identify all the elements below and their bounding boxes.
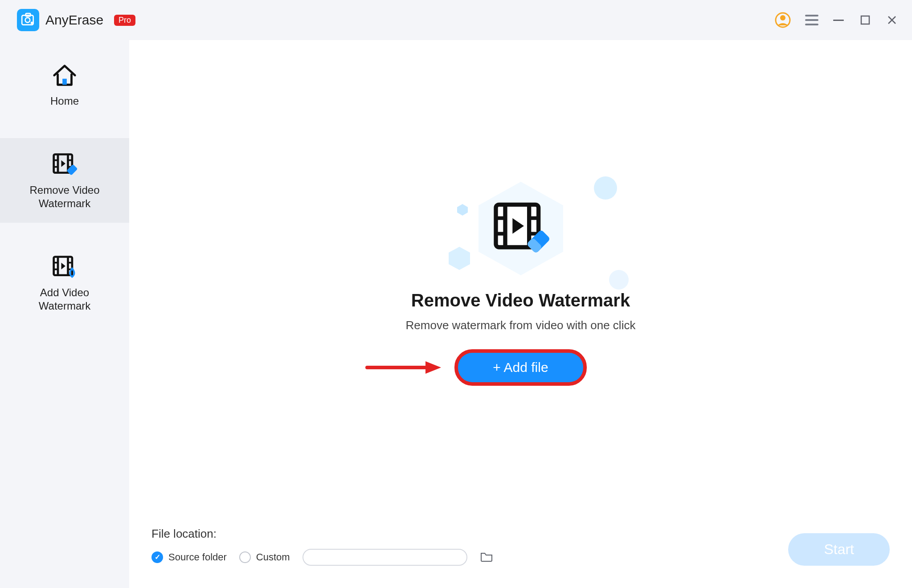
- hero: Remove Video Watermark Remove watermark …: [151, 45, 890, 518]
- titlebar-controls: [774, 11, 899, 29]
- hero-title: Remove Video Watermark: [411, 290, 630, 310]
- start-label: Start: [824, 541, 854, 557]
- hero-illustration: [463, 177, 579, 280]
- footer-bar: File location: Source folder Custom: [151, 518, 890, 566]
- film-erase-large-icon: [490, 197, 552, 260]
- radio-source-folder[interactable]: Source folder: [151, 551, 227, 563]
- svg-rect-6: [62, 79, 67, 85]
- file-location-label: File location:: [151, 527, 493, 541]
- main-panel: Remove Video Watermark Remove watermark …: [129, 40, 912, 588]
- app-logo-icon: [17, 9, 39, 31]
- hero-subtitle: Remove watermark from video with one cli…: [406, 318, 636, 332]
- sidebar-item-label: Add Video Watermark: [39, 286, 90, 313]
- custom-path-input[interactable]: [303, 549, 467, 566]
- annotation-arrow: [365, 363, 441, 372]
- annotation-highlight: + Add file: [454, 349, 586, 386]
- circle-decoration: [607, 268, 630, 291]
- radio-custom[interactable]: Custom: [239, 551, 290, 563]
- pro-badge: Pro: [114, 15, 135, 26]
- radio-label: Custom: [256, 551, 290, 563]
- sidebar: Home Remove: [0, 40, 129, 588]
- svg-marker-25: [457, 204, 468, 216]
- home-icon: [50, 61, 79, 90]
- radio-dot-icon: [239, 551, 251, 563]
- svg-point-24: [609, 270, 629, 290]
- maximize-button[interactable]: [859, 13, 872, 27]
- svg-marker-37: [425, 361, 441, 374]
- svg-point-2: [25, 18, 30, 23]
- radio-label: Source folder: [168, 551, 227, 563]
- film-erase-icon: [50, 150, 79, 179]
- add-file-label: + Add file: [493, 360, 548, 375]
- sidebar-item-home[interactable]: Home: [0, 49, 129, 120]
- sidebar-item-add-watermark[interactable]: Add Video Watermark: [0, 241, 129, 325]
- svg-rect-5: [861, 16, 869, 24]
- close-button[interactable]: [885, 13, 899, 27]
- sidebar-item-label: Home: [50, 94, 79, 108]
- svg-point-4: [780, 15, 785, 20]
- app-name: AnyErase: [45, 12, 103, 28]
- film-drop-icon: [50, 252, 79, 282]
- circle-decoration: [592, 175, 619, 201]
- menu-icon[interactable]: [805, 13, 818, 27]
- sidebar-item-remove-watermark[interactable]: Remove Video Watermark: [0, 138, 129, 223]
- app-window: AnyErase Pro: [0, 0, 912, 588]
- minimize-button[interactable]: [832, 13, 845, 27]
- browse-folder-icon[interactable]: [480, 551, 493, 564]
- titlebar: AnyErase Pro: [0, 0, 912, 40]
- account-icon[interactable]: [774, 11, 792, 29]
- svg-point-23: [594, 176, 617, 200]
- brand: AnyErase Pro: [17, 9, 135, 31]
- hex-decoration: [456, 203, 469, 216]
- radio-dot-icon: [151, 551, 163, 563]
- svg-marker-22: [449, 247, 470, 270]
- hex-decoration: [446, 245, 473, 272]
- add-file-button[interactable]: + Add file: [458, 353, 583, 382]
- sidebar-item-label: Remove Video Watermark: [30, 184, 100, 210]
- start-button[interactable]: Start: [788, 533, 890, 566]
